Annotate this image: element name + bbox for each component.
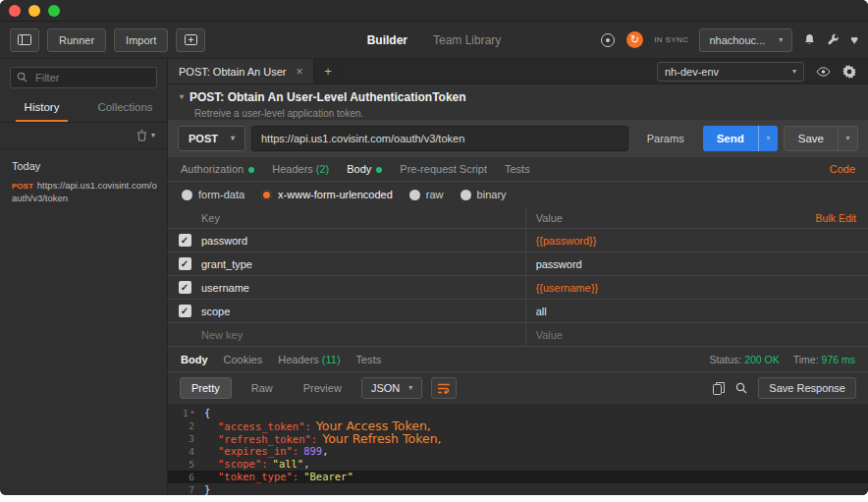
kv-key-cell[interactable]: password [201,235,525,247]
tab-prerequest-script[interactable]: Pre-request Script [400,163,487,175]
capture-requests-icon[interactable] [600,32,616,48]
sync-status-icon[interactable]: ↻ [626,31,643,48]
runner-button[interactable]: Runner [47,28,106,52]
favorites-heart-icon[interactable]: ♥ [850,32,858,47]
response-tab-cookies[interactable]: Cookies [224,354,263,365]
kv-key-cell[interactable]: grant_type [201,258,525,270]
tab-team-library[interactable]: Team Library [433,33,501,47]
tab-body[interactable]: Body [347,163,382,175]
time-value: 976 ms [822,354,855,365]
history-item[interactable]: POSThttps://api.us1.covisint.com/oauth/v… [0,177,167,211]
close-icon[interactable]: × [296,65,302,79]
kv-value-cell[interactable]: all [525,300,868,322]
copy-icon[interactable] [713,382,725,395]
tab-tests[interactable]: Tests [505,163,530,175]
trash-icon[interactable] [136,130,147,141]
response-tab-tests[interactable]: Tests [356,354,382,365]
table-row: ✓ username {{username}} [168,276,868,300]
chevron-down-icon: ▾ [779,36,783,44]
params-button[interactable]: Params [634,126,697,151]
method-select[interactable]: POST ▾ [178,126,245,151]
response-body-viewer[interactable]: 1▾ { 2 "access_token":Your Access Token,… [168,404,868,495]
import-label: Import [126,34,156,46]
traffic-light-zoom[interactable] [48,5,60,17]
sidebar: History Collections ▾ Today POSThttps://… [0,59,168,495]
radio-icon [182,190,192,200]
save-button[interactable]: Save ▾ [784,126,858,151]
sidebar-tab-history[interactable]: History [0,94,83,122]
response-tab-body[interactable]: Body [181,354,208,365]
table-row: ✓ scope all [168,300,868,323]
mode-form-data[interactable]: form-data [182,189,244,200]
kv-key-cell[interactable]: username [201,282,525,294]
save-label[interactable]: Save [785,127,838,150]
save-response-button[interactable]: Save Response [758,377,856,399]
tab-headers[interactable]: Headers(2) [272,163,329,175]
status-label: Status: [710,354,742,365]
environment-select[interactable]: nh-dev-env ▾ [657,62,804,82]
collapse-caret-icon[interactable]: ▾ [180,93,184,101]
settings-wrench-icon[interactable] [827,33,840,46]
response-tab-headers-label: Headers [278,354,319,365]
code-line: 3 "refresh_token":Your Refresh Token, [168,432,868,445]
mode-binary[interactable]: binary [461,189,507,200]
kv-value-cell[interactable]: {{username}} [525,276,868,299]
tab-builder[interactable]: Builder [367,33,407,47]
table-row: ✓ grant_type password [168,252,868,276]
save-options-chevron-icon[interactable]: ▾ [838,127,857,150]
import-button[interactable]: Import [114,28,168,52]
fold-caret-icon[interactable]: ▾ [190,407,194,419]
environment-quicklook-eye-icon[interactable] [816,67,831,77]
generate-code-link[interactable]: Code [830,163,855,175]
method-label: POST [189,133,218,144]
sidebar-tab-collections[interactable]: Collections [83,94,167,122]
view-pretty-button[interactable]: Pretty [180,377,232,399]
traffic-light-close[interactable] [9,5,21,17]
bulk-edit-link[interactable]: Bulk Edit [816,212,868,224]
user-name: nhachouc... [709,34,765,46]
open-request-tab[interactable]: POST: Obtain An User × [168,59,314,84]
format-select[interactable]: JSON ▾ [361,377,422,399]
new-value-input[interactable] [536,329,868,341]
filter-input[interactable] [10,67,157,88]
row-checkbox[interactable]: ✓ [179,305,191,317]
new-tab-button[interactable]: + [314,59,342,84]
word-wrap-button[interactable] [431,377,457,399]
row-checkbox[interactable]: ✓ [179,257,191,270]
mode-x-www-form-urlencoded[interactable]: x-www-form-urlencoded [261,189,393,200]
time-badge: Time: 976 ms [793,354,855,365]
view-raw-button[interactable]: Raw [241,377,284,399]
json-number: 899 [303,445,322,457]
top-toolbar: Runner Import Builder Team Library ↻ IN … [0,22,868,59]
search-icon[interactable] [735,382,747,394]
row-checkbox[interactable]: ✓ [179,234,191,247]
radio-icon [409,190,420,200]
sidebar-toggle-button[interactable] [10,28,39,52]
response-tab-headers[interactable]: Headers(11) [278,354,340,365]
trash-menu-chevron-icon[interactable]: ▾ [151,132,155,139]
mode-raw[interactable]: raw [409,189,444,200]
code-line: 1▾ { [168,407,868,419]
user-menu-button[interactable]: nhachouc... ▾ [699,28,792,52]
kv-key-cell[interactable]: scope [201,306,525,317]
json-string: "all" [273,458,304,470]
environment-settings-gear-icon[interactable] [842,65,856,79]
view-preview-button[interactable]: Preview [293,377,353,399]
send-options-chevron-icon[interactable]: ▾ [758,126,778,151]
json-comma: , [303,458,309,470]
tab-authorization[interactable]: Authorization [181,163,254,175]
code-line: 4 "expires_in":899, [168,445,868,458]
send-button[interactable]: Send ▾ [703,126,778,151]
history-item-method: POST [12,182,33,191]
send-label[interactable]: Send [703,126,758,151]
traffic-light-minimize[interactable] [28,5,40,17]
chevron-down-icon: ▾ [408,384,412,392]
row-checkbox[interactable]: ✓ [179,281,191,294]
new-window-button[interactable] [176,28,205,52]
url-input[interactable]: https://api.us1.covisint.com/oauth/v3/to… [251,126,628,151]
kv-value-cell[interactable]: password [525,252,868,275]
kv-value-cell[interactable]: {{password}} [525,229,868,251]
response-tabs: Body Cookies Headers(11) Tests Status: 2… [168,347,868,372]
notifications-bell-icon[interactable] [803,33,816,46]
new-key-input[interactable] [201,329,517,341]
